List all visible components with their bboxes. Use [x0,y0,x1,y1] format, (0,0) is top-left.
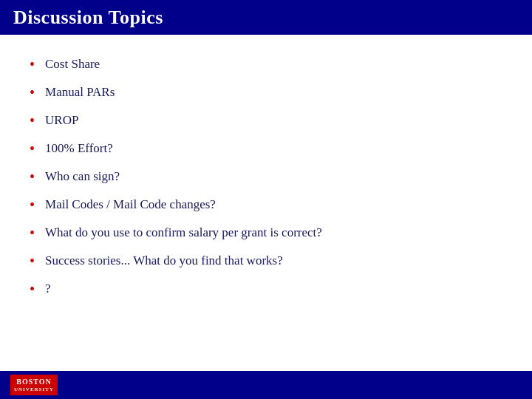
list-item: •? [30,280,502,299]
bullet-icon: • [30,54,35,75]
bullet-icon: • [30,222,35,243]
list-item: •Manual PARs [30,83,502,103]
list-item-text: Manual PARs [45,83,115,101]
bullet-icon: • [30,138,35,159]
list-item-text: Success stories... What do you find that… [45,252,283,270]
list-item-text: ? [45,280,51,298]
boston-university-logo: BOSTON UNIVERSITY [10,375,58,395]
list-item-text: Who can sign? [45,168,120,185]
page-header: Discussion Topics [0,0,532,35]
list-item-text: Cost Share [45,55,100,73]
logo-line1: BOSTON [14,377,54,386]
bullet-icon: • [30,194,35,215]
discussion-list: •Cost Share•Manual PARs•UROP•100% Effort… [30,55,502,299]
bullet-icon: • [30,250,35,271]
bullet-icon: • [30,166,35,187]
list-item: •Success stories... What do you find tha… [30,252,502,271]
list-item: •Who can sign? [30,168,502,187]
bullet-icon: • [30,110,35,131]
list-item: •100% Effort? [30,140,502,159]
page-footer: BOSTON UNIVERSITY [0,371,532,399]
list-item: •UROP [30,112,502,131]
list-item: •Cost Share [30,55,502,75]
list-item: •What do you use to confirm salary per g… [30,224,502,243]
list-item-text: UROP [45,112,78,129]
bullet-icon: • [30,279,35,299]
list-item: •Mail Codes / Mail Code changes? [30,196,502,215]
logo-line2: UNIVERSITY [14,386,54,393]
page-title: Discussion Topics [13,7,163,29]
list-item-text: What do you use to confirm salary per gr… [45,224,322,242]
main-content: •Cost Share•Manual PARs•UROP•100% Effort… [0,35,532,323]
list-item-text: 100% Effort? [45,140,113,157]
bullet-icon: • [30,82,35,103]
list-item-text: Mail Codes / Mail Code changes? [45,196,216,214]
